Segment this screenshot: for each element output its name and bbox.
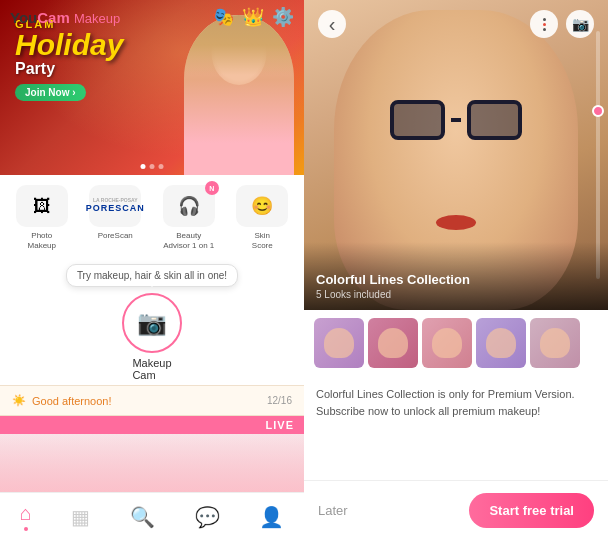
hero-dot-1 xyxy=(141,164,146,169)
camera-icon: 📷 xyxy=(572,16,589,32)
beauty-advisor-label: BeautyAdvisor 1 on 1 xyxy=(163,231,214,250)
hero-dot-2 xyxy=(150,164,155,169)
afternoon-bar: ☀️ Good afternoon! 12/16 xyxy=(0,385,304,416)
app-logo: YouCam Makeup xyxy=(10,9,120,26)
chat-icon: 💬 xyxy=(195,505,220,529)
thumbnail-3[interactable] xyxy=(422,318,472,368)
hero-dot-3 xyxy=(159,164,164,169)
settings-icon[interactable]: ⚙️ xyxy=(272,6,294,28)
left-header: YouCam Makeup 🎭 👑 ⚙️ xyxy=(0,0,304,34)
makeup-cam-section: Try makeup, hair & skin all in one! 📷 Ma… xyxy=(0,256,304,385)
hero-party-label: Party xyxy=(15,60,123,78)
thumbnails-row xyxy=(304,310,608,376)
new-badge: N xyxy=(205,181,219,195)
camera-button[interactable]: 📷 xyxy=(566,10,594,38)
skin-score-icon: 😊 xyxy=(251,195,273,217)
back-icon: ‹ xyxy=(329,13,336,36)
hero-holiday-label: Holiday xyxy=(15,30,123,60)
makeup-cam-label: MakeupCam xyxy=(132,357,171,381)
hero-woman-image xyxy=(184,15,294,175)
feature-photo-makeup[interactable]: 🖼 PhotoMakeup xyxy=(12,185,72,250)
collection-info-overlay: Colorful Lines Collection 5 Looks includ… xyxy=(304,242,608,310)
bottom-preview-strip xyxy=(0,434,304,492)
thumbnail-1[interactable] xyxy=(314,318,364,368)
glass-lens-right xyxy=(467,100,522,140)
right-panel: ‹ 📷 xyxy=(304,0,608,540)
glass-bridge xyxy=(451,118,461,122)
right-header: ‹ 📷 xyxy=(304,0,608,48)
sun-icon: ☀️ xyxy=(12,394,26,407)
hero-join-button[interactable]: Join Now › xyxy=(15,84,86,101)
nav-chat[interactable]: 💬 xyxy=(195,505,220,529)
porescan-name: PORESCAN xyxy=(86,204,145,214)
profile-icon: 👤 xyxy=(259,505,284,529)
desc-section: Colorful Lines Collection is only for Pr… xyxy=(304,376,608,480)
porescan-label: PoreScan xyxy=(98,231,133,241)
afternoon-text: ☀️ Good afternoon! xyxy=(12,394,112,407)
skin-score-label: SkinScore xyxy=(252,231,273,250)
glasses-overlay xyxy=(390,100,522,140)
porescan-icon-box: LA ROCHE-POSAY PORESCAN xyxy=(89,185,141,227)
logo-you: You xyxy=(10,9,37,26)
left-panel: YouCam Makeup 🎭 👑 ⚙️ Glam Holiday Party … xyxy=(0,0,304,540)
search-icon: 🔍 xyxy=(130,505,155,529)
greeting-text: Good afternoon! xyxy=(32,395,112,407)
hero-dots xyxy=(141,164,164,169)
crown-icon[interactable]: 👑 xyxy=(242,6,264,28)
logo-cam: Cam xyxy=(37,9,70,26)
collection-subtitle: 5 Looks included xyxy=(316,289,596,300)
preview-gradient xyxy=(0,434,304,492)
nav-profile[interactable]: 👤 xyxy=(259,505,284,529)
photo-makeup-icon: 🖼 xyxy=(33,196,51,217)
glass-lens-left xyxy=(390,100,445,140)
back-button[interactable]: ‹ xyxy=(318,10,346,38)
start-trial-button[interactable]: Start free trial xyxy=(469,493,594,528)
home-nav-dot xyxy=(24,527,28,531)
menu-dots-icon xyxy=(543,18,546,31)
desc-text: Colorful Lines Collection is only for Pr… xyxy=(316,386,596,419)
menu-button[interactable] xyxy=(530,10,558,38)
logo-makeup: Makeup xyxy=(74,11,120,26)
live-badge: LIVE xyxy=(0,416,304,434)
emoji-icon[interactable]: 🎭 xyxy=(212,6,234,28)
collection-title: Colorful Lines Collection xyxy=(316,272,596,287)
slider-handle[interactable] xyxy=(592,105,604,117)
nav-search[interactable]: 🔍 xyxy=(130,505,155,529)
bottom-action-bar: Later Start free trial xyxy=(304,480,608,540)
beauty-advisor-icon: 🎧 xyxy=(178,195,200,217)
later-button[interactable]: Later xyxy=(318,503,348,518)
nav-home[interactable]: ⌂ xyxy=(20,502,32,531)
afternoon-date: 12/16 xyxy=(267,395,292,406)
right-header-icons: 📷 xyxy=(530,10,594,38)
feature-beauty-advisor[interactable]: 🎧 N BeautyAdvisor 1 on 1 xyxy=(159,185,219,250)
tooltip-bubble: Try makeup, hair & skin all in one! xyxy=(66,264,238,287)
features-row: 🖼 PhotoMakeup LA ROCHE-POSAY PORESCAN Po… xyxy=(0,175,304,256)
bottom-nav: ⌂ ▦ 🔍 💬 👤 xyxy=(0,492,304,540)
lips-accent xyxy=(436,215,476,230)
makeup-cam-button[interactable]: 📷 xyxy=(122,293,182,353)
thumbnail-5[interactable] xyxy=(530,318,580,368)
feature-porescan[interactable]: LA ROCHE-POSAY PORESCAN PoreScan xyxy=(85,185,145,241)
feature-skin-score[interactable]: 😊 SkinScore xyxy=(232,185,292,250)
photo-makeup-icon-box: 🖼 xyxy=(16,185,68,227)
thumbnail-4[interactable] xyxy=(476,318,526,368)
photo-makeup-label: PhotoMakeup xyxy=(28,231,56,250)
camera-icon: 📷 xyxy=(137,309,167,337)
porescan-logo: LA ROCHE-POSAY PORESCAN xyxy=(86,198,145,213)
grid-icon: ▦ xyxy=(71,505,90,529)
thumbnail-2[interactable] xyxy=(368,318,418,368)
home-icon: ⌂ xyxy=(20,502,32,525)
beauty-advisor-icon-box: 🎧 N xyxy=(163,185,215,227)
skin-score-icon-box: 😊 xyxy=(236,185,288,227)
header-icons: 🎭 👑 ⚙️ xyxy=(212,6,294,28)
nav-grid[interactable]: ▦ xyxy=(71,505,90,529)
